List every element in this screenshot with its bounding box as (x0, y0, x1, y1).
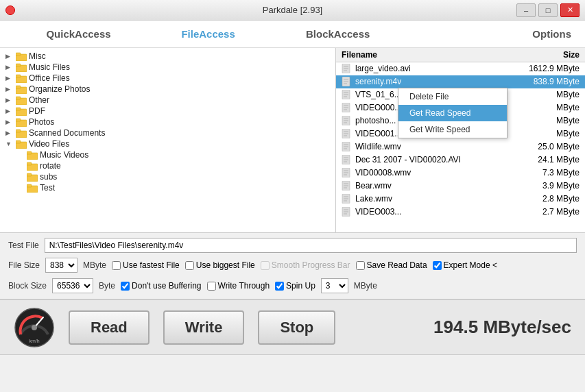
file-icon (342, 90, 353, 99)
read-button[interactable]: Read (69, 310, 150, 345)
file-row[interactable]: Bear.wmv3.9 MByte (336, 180, 585, 193)
tree-item-label: Photos (29, 117, 54, 127)
test-file-row: Test File (8, 236, 577, 255)
spin-up-check[interactable] (275, 282, 284, 291)
tree-item-label: Music Files (29, 62, 70, 72)
save-read-label[interactable]: Save Read Data (356, 260, 427, 270)
file-row[interactable]: Wildlife.wmv25.0 MByte (336, 140, 585, 154)
tree-item-label: Music Videos (40, 150, 88, 160)
use-biggest-label[interactable]: Use biggest File (185, 260, 255, 270)
file-row[interactable]: large_video.avi1612.9 MByte (336, 62, 585, 75)
nav-blockaccess[interactable]: BlockAccess (273, 23, 403, 45)
context-menu-item[interactable]: Delete File (398, 88, 507, 105)
file-row[interactable]: VIDEO003...2.7 MByte (336, 206, 585, 219)
file-tree[interactable]: ▶Misc▶Music Files▶Office Files▶Organize … (0, 48, 336, 232)
file-icon (342, 142, 353, 151)
file-name: Dec 31 2007 - VID00020.AVI (355, 155, 518, 164)
nav-bar: QuickAccess FileAccess BlockAccess Optio… (0, 21, 585, 48)
svg-rect-13 (16, 119, 21, 121)
folder-icon (27, 183, 38, 193)
tree-arrow-icon: ▶ (5, 97, 14, 103)
minimize-button[interactable]: – (516, 3, 536, 17)
nav-quickaccess[interactable]: QuickAccess (14, 23, 143, 45)
write-button[interactable]: Write (163, 310, 245, 345)
file-name: Bear.wmv (355, 181, 518, 191)
tree-item-label: Scanned Documents (29, 128, 105, 138)
svg-point-76 (32, 325, 37, 330)
spin-select[interactable]: 351020 (321, 278, 348, 293)
file-size: MByte (518, 129, 580, 138)
status-bar (0, 354, 585, 367)
app-icon (5, 5, 15, 15)
maximize-button[interactable]: □ (538, 3, 558, 17)
folder-icon (16, 51, 27, 61)
tree-item[interactable]: Music Videos (0, 149, 335, 160)
file-size: 25.0 MByte (518, 142, 580, 151)
nav-options[interactable]: Options (532, 28, 571, 40)
tree-item[interactable]: ▶Office Files (0, 73, 335, 84)
tree-item[interactable]: ▶Organize Photos (0, 84, 335, 95)
tree-item[interactable]: ▼Video Files (0, 138, 335, 149)
file-icon (342, 207, 353, 217)
file-row[interactable]: VID00008.wmv7.3 MByte (336, 167, 585, 180)
file-icon (342, 168, 353, 177)
tree-item-label: PDF (29, 106, 45, 116)
tree-item[interactable]: ▶Music Files (0, 62, 335, 73)
tree-item[interactable]: Test (0, 182, 335, 193)
spin-up-label[interactable]: Spin Up (275, 281, 315, 291)
svg-rect-17 (16, 140, 21, 143)
speed-display: 194.5 MByte/sec (433, 317, 571, 338)
svg-rect-1 (16, 53, 21, 56)
title-bar: Parkdale [2.93] – □ ✕ (0, 0, 585, 21)
file-size-label: File Size (8, 260, 40, 270)
file-name: large_video.avi (355, 64, 518, 73)
tree-item-label: rotate (40, 161, 61, 171)
tree-item-label: Other (29, 95, 49, 105)
write-through-label[interactable]: Write Through (207, 281, 270, 291)
file-row[interactable]: Dec 31 2007 - VID00020.AVI24.1 MByte (336, 154, 585, 167)
tree-item[interactable]: ▶Other (0, 95, 335, 106)
main-area: ▶Misc▶Music Files▶Office Files▶Organize … (0, 48, 585, 233)
expert-mode-label[interactable]: Expert Mode < (433, 260, 497, 270)
tree-item[interactable]: subs (0, 171, 335, 182)
nav-fileaccess[interactable]: FileAccess (143, 23, 273, 45)
smooth-progress-label[interactable]: Smooth Progress Bar (261, 260, 350, 270)
tree-item[interactable]: rotate (0, 160, 335, 171)
tree-item[interactable]: ▶Photos (0, 117, 335, 127)
write-through-check[interactable] (207, 282, 216, 291)
no-buffering-check[interactable] (121, 282, 130, 291)
tree-item[interactable]: ▶PDF (0, 106, 335, 117)
block-size-label: Block Size (8, 281, 47, 291)
use-fastest-label[interactable]: Use fastest File (112, 260, 180, 270)
file-row[interactable]: serenity.m4v838.9 MByte (336, 75, 585, 88)
file-icon (342, 103, 353, 112)
block-size-select[interactable]: 6553632768163848192 (52, 278, 93, 293)
use-fastest-check[interactable] (112, 261, 121, 270)
no-buffering-label[interactable]: Don't use Buffering (121, 281, 201, 291)
window-controls: – □ ✕ (516, 3, 580, 17)
test-file-input[interactable] (45, 238, 577, 253)
expert-mode-check[interactable] (433, 261, 442, 270)
col-size: Size (518, 50, 580, 60)
tree-item-label: Office Files (29, 73, 70, 83)
mbyte-label: MByte (83, 260, 106, 270)
file-size: MByte (518, 103, 580, 112)
tree-item[interactable]: ▶Scanned Documents (0, 127, 335, 138)
context-menu-item[interactable]: Get Read Speed (398, 105, 507, 121)
use-biggest-check[interactable] (185, 261, 194, 270)
tree-arrow-icon: ▶ (5, 86, 14, 93)
save-read-check[interactable] (356, 261, 365, 270)
tree-item-label: Organize Photos (29, 84, 90, 94)
tree-item[interactable]: ▶Misc (0, 51, 335, 62)
smooth-progress-check[interactable] (261, 261, 270, 270)
svg-text:km/h: km/h (29, 339, 39, 343)
context-menu: Delete FileGet Read SpeedGet Write Speed (398, 88, 508, 138)
stop-button[interactable]: Stop (258, 310, 335, 345)
folder-icon (27, 172, 38, 182)
context-menu-item[interactable]: Get Write Speed (398, 121, 507, 138)
file-size-select[interactable]: 83851225612864 (45, 258, 77, 273)
byte-label: Byte (99, 281, 115, 291)
file-icon (342, 129, 353, 138)
close-button[interactable]: ✕ (560, 3, 580, 17)
file-row[interactable]: Lake.wmv2.8 MByte (336, 193, 585, 206)
